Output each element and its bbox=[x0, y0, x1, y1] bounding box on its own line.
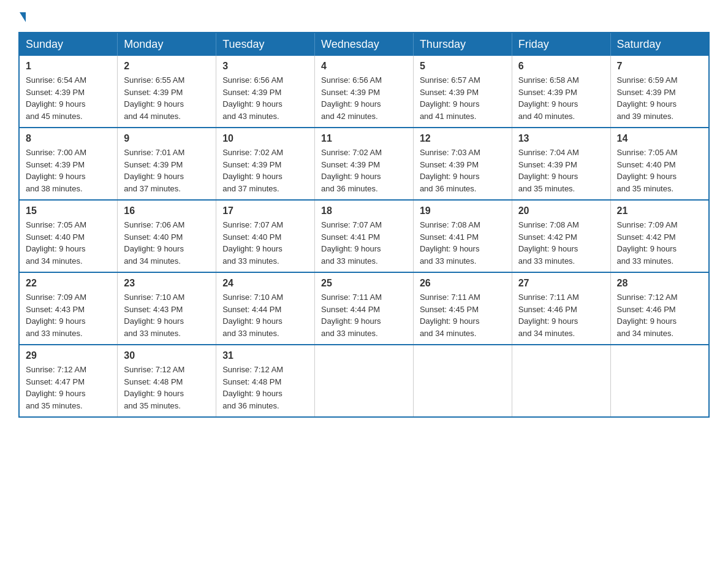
day-number: 28 bbox=[617, 278, 702, 289]
calendar-cell: 21 Sunrise: 7:09 AMSunset: 4:42 PMDaylig… bbox=[610, 200, 709, 272]
calendar-cell bbox=[610, 345, 709, 417]
day-info: Sunrise: 7:08 AMSunset: 4:41 PMDaylight:… bbox=[420, 220, 480, 266]
calendar-cell: 14 Sunrise: 7:05 AMSunset: 4:40 PMDaylig… bbox=[610, 128, 709, 200]
day-info: Sunrise: 7:06 AMSunset: 4:40 PMDaylight:… bbox=[124, 220, 184, 266]
calendar-cell: 5 Sunrise: 6:57 AMSunset: 4:39 PMDayligh… bbox=[413, 56, 512, 128]
day-number: 24 bbox=[222, 278, 308, 289]
day-number: 16 bbox=[124, 205, 210, 216]
day-info: Sunrise: 7:12 AMSunset: 4:46 PMDaylight:… bbox=[617, 293, 678, 338]
calendar-cell: 12 Sunrise: 7:03 AMSunset: 4:39 PMDaylig… bbox=[413, 128, 512, 200]
day-info: Sunrise: 7:07 AMSunset: 4:40 PMDaylight:… bbox=[222, 220, 283, 266]
day-number: 13 bbox=[518, 133, 604, 144]
day-info: Sunrise: 7:07 AMSunset: 4:41 PMDaylight:… bbox=[321, 220, 382, 266]
calendar-cell: 3 Sunrise: 6:56 AMSunset: 4:39 PMDayligh… bbox=[216, 56, 315, 128]
calendar-cell: 20 Sunrise: 7:08 AMSunset: 4:42 PMDaylig… bbox=[512, 200, 610, 272]
calendar-cell: 18 Sunrise: 7:07 AMSunset: 4:41 PMDaylig… bbox=[315, 200, 414, 272]
calendar-cell: 4 Sunrise: 6:56 AMSunset: 4:39 PMDayligh… bbox=[315, 56, 414, 128]
day-number: 27 bbox=[518, 278, 604, 289]
calendar-week-row: 22 Sunrise: 7:09 AMSunset: 4:43 PMDaylig… bbox=[19, 272, 709, 345]
day-info: Sunrise: 6:54 AMSunset: 4:39 PMDaylight:… bbox=[26, 75, 86, 121]
day-info: Sunrise: 6:56 AMSunset: 4:39 PMDaylight:… bbox=[321, 75, 382, 121]
calendar-cell bbox=[315, 345, 414, 417]
day-number: 23 bbox=[124, 278, 210, 289]
calendar-cell: 28 Sunrise: 7:12 AMSunset: 4:46 PMDaylig… bbox=[610, 272, 709, 345]
day-number: 12 bbox=[420, 133, 506, 144]
day-info: Sunrise: 6:59 AMSunset: 4:39 PMDaylight:… bbox=[617, 75, 678, 121]
calendar-cell: 7 Sunrise: 6:59 AMSunset: 4:39 PMDayligh… bbox=[610, 56, 709, 128]
calendar-cell: 9 Sunrise: 7:01 AMSunset: 4:39 PMDayligh… bbox=[118, 128, 216, 200]
day-info: Sunrise: 7:05 AMSunset: 4:40 PMDaylight:… bbox=[617, 148, 678, 193]
calendar-cell: 11 Sunrise: 7:02 AMSunset: 4:39 PMDaylig… bbox=[315, 128, 414, 200]
day-info: Sunrise: 7:11 AMSunset: 4:45 PMDaylight:… bbox=[420, 293, 480, 338]
weekday-header-wednesday: Wednesday bbox=[315, 33, 414, 56]
weekday-header-tuesday: Tuesday bbox=[216, 33, 315, 56]
calendar-cell: 31 Sunrise: 7:12 AMSunset: 4:48 PMDaylig… bbox=[216, 345, 315, 417]
day-info: Sunrise: 7:12 AMSunset: 4:48 PMDaylight:… bbox=[124, 365, 184, 410]
day-info: Sunrise: 6:55 AMSunset: 4:39 PMDaylight:… bbox=[124, 75, 184, 121]
day-number: 3 bbox=[222, 61, 308, 72]
day-number: 1 bbox=[26, 61, 111, 72]
day-info: Sunrise: 7:03 AMSunset: 4:39 PMDaylight:… bbox=[420, 148, 480, 193]
day-number: 29 bbox=[26, 350, 111, 361]
weekday-header-row: SundayMondayTuesdayWednesdayThursdayFrid… bbox=[19, 33, 709, 56]
day-info: Sunrise: 7:01 AMSunset: 4:39 PMDaylight:… bbox=[124, 148, 184, 193]
day-info: Sunrise: 7:10 AMSunset: 4:44 PMDaylight:… bbox=[222, 293, 283, 338]
day-info: Sunrise: 6:57 AMSunset: 4:39 PMDaylight:… bbox=[420, 75, 480, 121]
day-number: 21 bbox=[617, 205, 702, 216]
day-number: 30 bbox=[124, 350, 210, 361]
day-info: Sunrise: 6:56 AMSunset: 4:39 PMDaylight:… bbox=[222, 75, 283, 121]
calendar-cell: 15 Sunrise: 7:05 AMSunset: 4:40 PMDaylig… bbox=[19, 200, 118, 272]
day-info: Sunrise: 7:11 AMSunset: 4:44 PMDaylight:… bbox=[321, 293, 382, 338]
calendar-week-row: 8 Sunrise: 7:00 AMSunset: 4:39 PMDayligh… bbox=[19, 128, 709, 200]
calendar-table: SundayMondayTuesdayWednesdayThursdayFrid… bbox=[18, 32, 710, 418]
day-number: 8 bbox=[26, 133, 111, 144]
calendar-cell bbox=[413, 345, 512, 417]
calendar-cell: 6 Sunrise: 6:58 AMSunset: 4:39 PMDayligh… bbox=[512, 56, 610, 128]
day-number: 2 bbox=[124, 61, 210, 72]
calendar-cell: 23 Sunrise: 7:10 AMSunset: 4:43 PMDaylig… bbox=[118, 272, 216, 345]
day-info: Sunrise: 7:04 AMSunset: 4:39 PMDaylight:… bbox=[518, 148, 579, 193]
day-number: 10 bbox=[222, 133, 308, 144]
calendar-week-row: 1 Sunrise: 6:54 AMSunset: 4:39 PMDayligh… bbox=[19, 56, 709, 128]
day-number: 18 bbox=[321, 205, 407, 216]
day-info: Sunrise: 7:08 AMSunset: 4:42 PMDaylight:… bbox=[518, 220, 579, 266]
calendar-cell: 30 Sunrise: 7:12 AMSunset: 4:48 PMDaylig… bbox=[118, 345, 216, 417]
weekday-header-thursday: Thursday bbox=[413, 33, 512, 56]
weekday-header-saturday: Saturday bbox=[610, 33, 709, 56]
day-number: 25 bbox=[321, 278, 407, 289]
day-info: Sunrise: 7:11 AMSunset: 4:46 PMDaylight:… bbox=[518, 293, 579, 338]
calendar-cell: 17 Sunrise: 7:07 AMSunset: 4:40 PMDaylig… bbox=[216, 200, 315, 272]
day-info: Sunrise: 7:02 AMSunset: 4:39 PMDaylight:… bbox=[222, 148, 283, 193]
calendar-week-row: 29 Sunrise: 7:12 AMSunset: 4:47 PMDaylig… bbox=[19, 345, 709, 417]
day-number: 9 bbox=[124, 133, 210, 144]
day-number: 15 bbox=[26, 205, 111, 216]
day-number: 6 bbox=[518, 61, 604, 72]
calendar-cell: 25 Sunrise: 7:11 AMSunset: 4:44 PMDaylig… bbox=[315, 272, 414, 345]
calendar-cell: 27 Sunrise: 7:11 AMSunset: 4:46 PMDaylig… bbox=[512, 272, 610, 345]
calendar-cell: 13 Sunrise: 7:04 AMSunset: 4:39 PMDaylig… bbox=[512, 128, 610, 200]
weekday-header-friday: Friday bbox=[512, 33, 610, 56]
day-number: 19 bbox=[420, 205, 506, 216]
day-number: 17 bbox=[222, 205, 308, 216]
day-number: 26 bbox=[420, 278, 506, 289]
day-number: 5 bbox=[420, 61, 506, 72]
calendar-cell: 24 Sunrise: 7:10 AMSunset: 4:44 PMDaylig… bbox=[216, 272, 315, 345]
day-info: Sunrise: 7:00 AMSunset: 4:39 PMDaylight:… bbox=[26, 148, 86, 193]
day-info: Sunrise: 7:05 AMSunset: 4:40 PMDaylight:… bbox=[26, 220, 86, 266]
weekday-header-monday: Monday bbox=[118, 33, 216, 56]
day-number: 20 bbox=[518, 205, 604, 216]
day-info: Sunrise: 6:58 AMSunset: 4:39 PMDaylight:… bbox=[518, 75, 579, 121]
day-number: 7 bbox=[617, 61, 702, 72]
calendar-cell: 1 Sunrise: 6:54 AMSunset: 4:39 PMDayligh… bbox=[19, 56, 118, 128]
page-header bbox=[18, 12, 710, 20]
calendar-week-row: 15 Sunrise: 7:05 AMSunset: 4:40 PMDaylig… bbox=[19, 200, 709, 272]
calendar-cell: 19 Sunrise: 7:08 AMSunset: 4:41 PMDaylig… bbox=[413, 200, 512, 272]
day-number: 22 bbox=[26, 278, 111, 289]
day-number: 31 bbox=[222, 350, 308, 361]
calendar-cell: 29 Sunrise: 7:12 AMSunset: 4:47 PMDaylig… bbox=[19, 345, 118, 417]
day-number: 4 bbox=[321, 61, 407, 72]
day-info: Sunrise: 7:10 AMSunset: 4:43 PMDaylight:… bbox=[124, 293, 184, 338]
calendar-cell: 8 Sunrise: 7:00 AMSunset: 4:39 PMDayligh… bbox=[19, 128, 118, 200]
day-info: Sunrise: 7:12 AMSunset: 4:47 PMDaylight:… bbox=[26, 365, 86, 410]
calendar-cell: 2 Sunrise: 6:55 AMSunset: 4:39 PMDayligh… bbox=[118, 56, 216, 128]
